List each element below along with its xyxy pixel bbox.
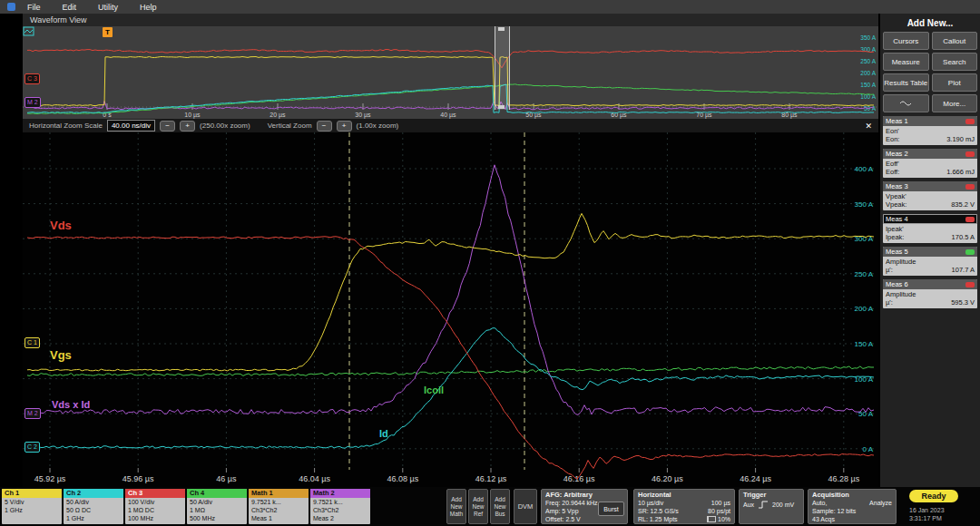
meas1-label: Eon:	[886, 135, 899, 143]
axis-label: 0 A	[862, 445, 873, 453]
meas5-name: Amplitude	[886, 258, 975, 266]
math1-badge[interactable]: Math 1 9.7521 k... Ch3*Ch2 Meas 1	[249, 489, 309, 524]
math2-line2: Ch3*Ch2	[310, 506, 370, 514]
meas3-label: Vpeak:	[886, 200, 906, 209]
add-new-ref-button[interactable]: AddNewRef	[468, 489, 488, 524]
trigger-position-flag[interactable]: T	[103, 27, 113, 37]
annotation-icon-button[interactable]	[883, 94, 929, 112]
math1-line1: 9.7521 k...	[249, 498, 309, 506]
measure-button[interactable]: Measure	[883, 53, 929, 71]
app-icon	[7, 3, 15, 11]
zoom-window-handle[interactable]	[495, 26, 510, 110]
axis-label: 46.28 µs	[828, 474, 859, 483]
zoom-window-bottom-grip[interactable]	[498, 105, 505, 109]
zoomed-waveform-view[interactable]: 400 A350 A300 A250 A200 A150 A100 A50 A0…	[23, 132, 878, 487]
meas-badge-1[interactable]: Meas 1 Eon' Eon:3.190 mJ	[883, 116, 977, 145]
channel2-line1: 50 A/div	[64, 498, 123, 506]
channel3-title: Ch 3	[125, 489, 185, 498]
trigger-source: Aux	[743, 501, 754, 509]
math2-reference-marker[interactable]: M 2	[24, 408, 41, 419]
channel1-reference-marker[interactable]: C 1	[24, 337, 40, 348]
horizontal-scale: 10 µs/div	[638, 499, 663, 507]
waveform-view-tab[interactable]: Waveform View	[23, 14, 878, 26]
vds-trace-label: Vds	[50, 219, 72, 232]
h-zoom-minus-button[interactable]: −	[160, 121, 175, 132]
meas2-id: Meas 2	[886, 150, 908, 158]
main-waveform-svg: 400 A350 A300 A250 A200 A150 A100 A50 A0…	[23, 132, 878, 487]
acquisition-overview[interactable]: 0 s10 µs20 µs30 µs40 µs50 µs60 µs70 µs80…	[23, 26, 878, 119]
menu-utility[interactable]: Utility	[98, 3, 118, 12]
trigger-badge[interactable]: Trigger Aux 200 mV	[739, 489, 804, 524]
axis-label: 250 A	[855, 270, 874, 278]
search-button[interactable]: Search	[932, 53, 978, 71]
overview-waveform-svg: 0 s10 µs20 µs30 µs40 µs50 µs60 µs70 µs80…	[23, 26, 878, 119]
h-zoom-plus-button[interactable]: +	[180, 121, 195, 132]
settings-bar: Ch 1 5 V/div 1 GHz Ch 2 50 A/div 50 Ω DC…	[0, 487, 980, 526]
meas1-id: Meas 1	[886, 117, 908, 125]
menu-help[interactable]: Help	[140, 3, 157, 12]
more-button[interactable]: More...	[932, 94, 978, 112]
add-new-bus-button[interactable]: AddNewBus	[490, 489, 510, 524]
overview-zoom-icon[interactable]	[23, 26, 34, 36]
zoom-scale-bar: Horizontal Zoom Scale 40.00 ns/div − + (…	[23, 119, 878, 132]
dvm-button[interactable]: DVM	[514, 489, 537, 524]
menu-file[interactable]: File	[27, 3, 41, 12]
waveform-panel: Waveform View 0 s10 µs20 µs30 µs40 µs50 …	[23, 14, 878, 487]
horizontal-title: Horizontal	[638, 491, 730, 499]
v-zoom-plus-button[interactable]: +	[337, 121, 352, 132]
callout-button[interactable]: Callout	[932, 32, 978, 50]
axis-label: 200 A	[855, 305, 874, 313]
axis-label: 46.20 µs	[652, 474, 683, 483]
axis-label: 30 µs	[355, 112, 371, 119]
add-new-math-button[interactable]: AddNewMath	[446, 489, 466, 524]
channel1-badge[interactable]: Ch 1 5 V/div 1 GHz	[2, 489, 62, 524]
cursors-button[interactable]: Cursors	[883, 32, 929, 50]
zoom-window-top-grip[interactable]	[498, 27, 505, 31]
horizontal-badge[interactable]: Horizontal 10 µs/div100 µs SR: 12.5 GS/s…	[633, 489, 735, 524]
meas2-name: Eoff'	[886, 160, 975, 168]
meas-badge-2[interactable]: Meas 2 Eoff' Eoff:1.666 mJ	[883, 149, 977, 178]
meas3-value: 835.2 V	[951, 200, 975, 209]
close-zoom-icon[interactable]: ✕	[865, 122, 872, 131]
results-sidebar: Add New... Cursors Callout Measure Searc…	[880, 14, 980, 487]
math2-title: Math 2	[310, 489, 370, 498]
acquisition-badge[interactable]: Acquisition Auto,Analyze Sample: 12 bits…	[808, 489, 897, 524]
menu-edit[interactable]: Edit	[63, 3, 77, 12]
meas-badge-3[interactable]: Meas 3 Vpeak' Vpeak:835.2 V	[883, 181, 977, 210]
meas-badge-5[interactable]: Meas 5 Amplitude µ':107.7 A	[883, 247, 977, 276]
axis-label: 10 µs	[184, 112, 201, 119]
acquisition-analyze: Analyze	[869, 499, 892, 507]
v-zoom-minus-button[interactable]: −	[317, 121, 332, 132]
channel3-badge[interactable]: Ch 3 100 V/div 1 MΩ DC 100 MHz	[125, 489, 185, 524]
menu-bar: File Edit Utility Help	[0, 0, 980, 14]
burst-button[interactable]: Burst	[598, 502, 624, 516]
overview-channel3-marker[interactable]: C 3	[24, 73, 40, 84]
overview-math2-marker[interactable]: M 2	[24, 97, 41, 108]
results-table-button[interactable]: Results Table	[883, 73, 929, 92]
channel1-line1: 5 V/div	[2, 498, 62, 506]
trigger-title: Trigger	[743, 491, 799, 499]
channel2-line2: 50 Ω DC	[64, 506, 123, 514]
ov-icoil-trace	[27, 84, 874, 114]
channel2-badge[interactable]: Ch 2 50 A/div 50 Ω DC 1 GHz	[64, 489, 123, 524]
channel2-reference-marker[interactable]: C 2	[24, 442, 40, 453]
math2-line1: 9.7521 k...	[310, 498, 370, 506]
afg-offset: Offset: 2.5 V	[545, 515, 623, 523]
axis-label: 46.04 µs	[299, 474, 330, 483]
channel2-title: Ch 2	[64, 489, 123, 498]
meas-badge-4[interactable]: Meas 4 Ipeak' Ipeak:170.5 A	[883, 214, 977, 243]
channel4-badge[interactable]: Ch 4 50 A/div 1 MΩ 500 MHz	[187, 489, 247, 524]
vgs-trace-label: Vgs	[50, 348, 72, 362]
plot-button[interactable]: Plot	[932, 73, 978, 92]
afg-badge[interactable]: AFG: Arbitrary Freq: 20.9644 kHz Amp: 5 …	[541, 489, 628, 524]
ready-status-button[interactable]: Ready	[909, 490, 958, 502]
axis-label: 40 µs	[440, 112, 456, 119]
horizontal-position: 10%	[718, 515, 730, 523]
horizontal-zoom-scale-value[interactable]: 40.00 ns/div	[107, 120, 155, 132]
meas5-id: Meas 5	[886, 248, 908, 256]
channel3-line1: 100 V/div	[125, 498, 185, 506]
meas-badge-6[interactable]: Meas 6 Amplitude µ':595.3 V	[883, 279, 977, 308]
math2-badge[interactable]: Math 2 9.7521 k... Ch3*Ch2 Meas 2	[310, 489, 370, 524]
horizontal-window: 100 µs	[711, 499, 730, 507]
acquisition-title: Acquisition	[812, 491, 892, 499]
